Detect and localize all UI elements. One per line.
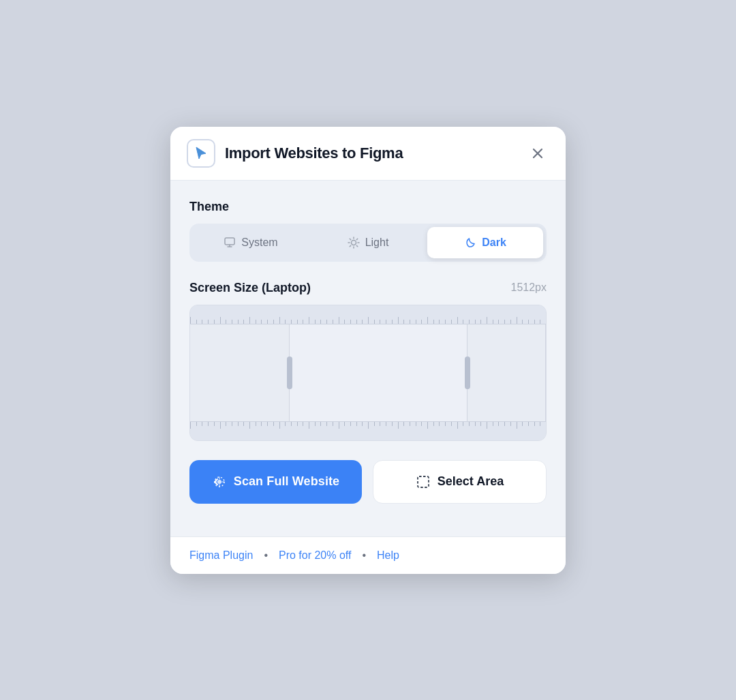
- slider-handle-left-inner: [287, 356, 292, 389]
- system-option-label: System: [241, 237, 277, 249]
- screen-size-header: Screen Size (Laptop) 1512px: [189, 281, 547, 295]
- dialog: Import Websites to Figma Theme System: [170, 127, 566, 574]
- scan-full-website-button[interactable]: Scan Full Website: [189, 460, 362, 504]
- svg-point-1: [351, 240, 356, 245]
- slider-right-segment: [467, 324, 546, 421]
- header-left: Import Websites to Figma: [187, 139, 403, 168]
- slider-middle-segment: [290, 324, 467, 421]
- dialog-title: Import Websites to Figma: [225, 144, 403, 162]
- slider-track: [190, 324, 546, 421]
- footer-dot-2: •: [362, 549, 366, 562]
- close-icon: [531, 147, 545, 160]
- slider-handle-right-inner: [465, 356, 470, 389]
- slider-left-segment: [190, 324, 290, 421]
- scan-icon: [212, 474, 227, 489]
- select-area-icon: [416, 474, 431, 489]
- select-area-button[interactable]: Select Area: [373, 460, 547, 504]
- svg-point-2: [217, 480, 221, 484]
- dialog-header: Import Websites to Figma: [170, 127, 566, 181]
- theme-option-dark[interactable]: Dark: [427, 227, 543, 258]
- theme-option-system[interactable]: System: [193, 227, 309, 258]
- moon-icon: [464, 237, 476, 249]
- dialog-content: Theme System Light: [170, 181, 566, 536]
- slider-handle-left[interactable]: [286, 324, 293, 421]
- monitor-icon: [224, 237, 236, 249]
- action-buttons: Scan Full Website Select Area: [189, 460, 547, 504]
- ruler-bottom: [190, 421, 546, 440]
- light-option-label: Light: [365, 237, 389, 249]
- theme-option-light[interactable]: Light: [310, 227, 426, 258]
- footer-link-pro[interactable]: Pro for 20% off: [279, 549, 351, 562]
- dialog-footer: Figma Plugin • Pro for 20% off • Help: [170, 536, 566, 574]
- dark-option-label: Dark: [482, 237, 506, 249]
- sun-icon: [348, 237, 360, 249]
- screen-size-value: 1512px: [511, 281, 547, 294]
- svg-rect-0: [225, 238, 234, 245]
- close-button[interactable]: [526, 142, 549, 165]
- ruler-top: [190, 305, 546, 324]
- footer-link-help[interactable]: Help: [377, 549, 399, 562]
- slider-handle-right[interactable]: [464, 324, 471, 421]
- theme-toggle: System Light Dark: [189, 224, 547, 262]
- screen-size-label: Screen Size (Laptop): [189, 281, 311, 295]
- footer-dot-1: •: [264, 549, 268, 562]
- screen-size-slider[interactable]: [189, 305, 547, 441]
- theme-label: Theme: [189, 200, 547, 214]
- scan-button-label: Scan Full Website: [234, 474, 339, 489]
- cursor-icon: [193, 145, 209, 162]
- plugin-icon: [187, 139, 215, 168]
- footer-link-plugin[interactable]: Figma Plugin: [189, 549, 253, 562]
- svg-rect-4: [418, 476, 429, 487]
- select-area-label: Select Area: [438, 474, 504, 489]
